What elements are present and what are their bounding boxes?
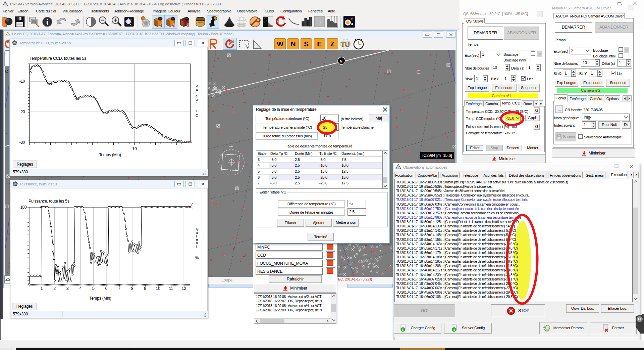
svg-text:10: 10 bbox=[132, 146, 137, 151]
svg-text:Temperature CCD, toutes les 5s: Temperature CCD, toutes les 5s bbox=[30, 56, 86, 61]
svg-text:%: % bbox=[195, 256, 199, 260]
svg-text:4: 4 bbox=[79, 286, 82, 291]
svg-text:TU: TU bbox=[341, 41, 350, 48]
svg-text:r: r bbox=[196, 101, 197, 105]
svg-text:Temps (Min): Temps (Min) bbox=[99, 152, 121, 157]
svg-text:100: 100 bbox=[20, 205, 27, 210]
svg-text:6: 6 bbox=[105, 286, 108, 291]
svg-text:-10: -10 bbox=[19, 79, 25, 84]
svg-text:C: C bbox=[196, 114, 198, 118]
svg-text:°: ° bbox=[196, 110, 197, 114]
svg-text:2: 2 bbox=[173, 22, 175, 28]
svg-text:-30: -30 bbox=[19, 140, 25, 145]
svg-text:12: 12 bbox=[182, 286, 186, 291]
svg-text:ESM: ESM bbox=[268, 25, 273, 27]
svg-text:r: r bbox=[196, 244, 197, 248]
svg-text:-20: -20 bbox=[19, 110, 25, 114]
svg-text:2: 2 bbox=[53, 286, 56, 291]
svg-text:1: 1 bbox=[41, 286, 43, 291]
svg-text:8: 8 bbox=[131, 286, 133, 291]
svg-text:5: 5 bbox=[92, 286, 95, 291]
svg-text:11: 11 bbox=[169, 286, 173, 291]
svg-text:3: 3 bbox=[186, 22, 189, 28]
svg-text:IC2984 [m=15.6]: IC2984 [m=15.6] bbox=[422, 153, 452, 158]
svg-text:N: N bbox=[340, 59, 342, 63]
svg-text:7: 7 bbox=[118, 286, 120, 291]
svg-text:Temps (Min): Temps (Min) bbox=[89, 296, 111, 301]
svg-text:1: 1 bbox=[160, 22, 163, 28]
svg-text:3: 3 bbox=[66, 286, 69, 291]
svg-text:10: 10 bbox=[156, 286, 160, 291]
svg-text:Puissance, toute les 5s: Puissance, toute les 5s bbox=[29, 199, 69, 204]
svg-text:9: 9 bbox=[144, 286, 146, 291]
